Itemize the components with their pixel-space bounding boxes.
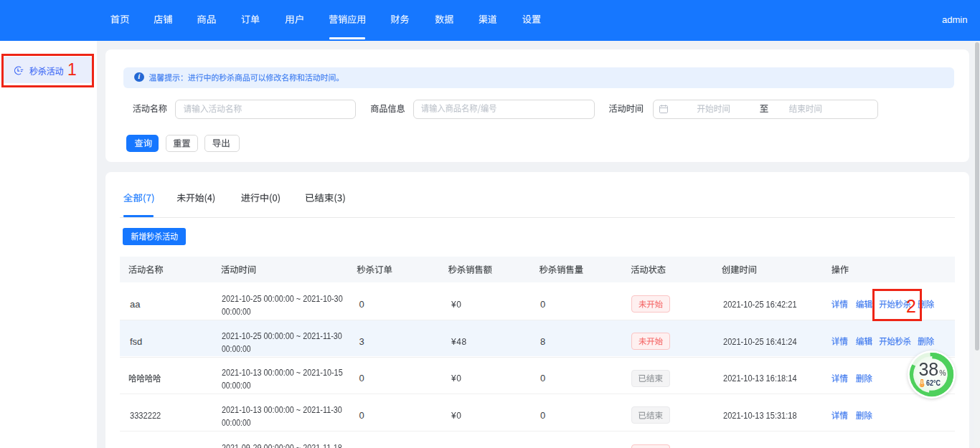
svg-text:%: % bbox=[939, 368, 946, 376]
svg-text:38: 38 bbox=[918, 358, 938, 378]
